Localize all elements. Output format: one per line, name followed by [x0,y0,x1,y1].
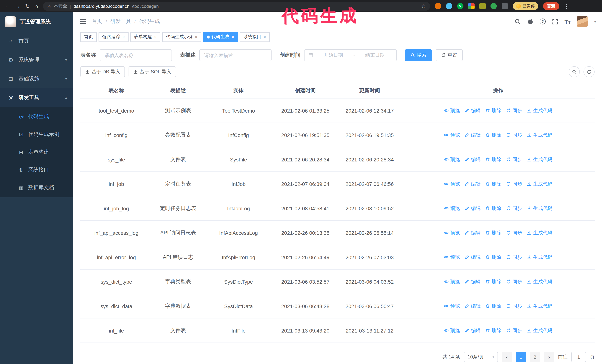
tab-form-builder[interactable]: 表单构建 × [130,32,161,42]
preview-button[interactable]: 预览 [444,132,460,138]
sync-button[interactable]: 同步 [506,303,522,309]
tab-trace[interactable]: 链路追踪 × [98,32,129,42]
delete-button[interactable]: 删除 [485,205,501,212]
edit-button[interactable]: 编辑 [464,156,481,163]
extension-icon[interactable] [479,3,485,9]
preview-button[interactable]: 预览 [444,278,460,285]
sync-button[interactable]: 同步 [506,107,522,114]
close-icon[interactable]: × [195,34,197,40]
tab-codegen[interactable]: 代码生成 × [203,32,238,42]
sidebar-item-codegen-example[interactable]: ☑ 代码生成示例 [0,125,73,143]
generate-code-button[interactable]: 生成代码 [527,303,552,309]
sidebar-item-db-docs[interactable]: ▦ 数据库文档 [0,179,73,197]
table-name-input[interactable] [100,49,172,61]
delete-button[interactable]: 删除 [485,327,501,334]
preview-button[interactable]: 预览 [444,180,460,187]
preview-button[interactable]: 预览 [444,156,460,163]
edit-button[interactable]: 编辑 [464,278,481,285]
extension-icon[interactable] [468,3,474,9]
delete-button[interactable]: 删除 [485,303,501,309]
browser-back-icon[interactable]: ← [4,3,10,9]
preview-button[interactable]: 预览 [444,327,460,334]
page-1-button[interactable]: 1 [516,352,526,362]
generate-code-button[interactable]: 生成代码 [527,229,552,236]
avatar-caret-icon[interactable]: ▾ [594,20,596,23]
start-date-input[interactable]: 开始日期 [316,52,351,59]
delete-button[interactable]: 删除 [485,229,501,236]
address-bar[interactable]: ⚠ 不安全 | dashboard.yudao.iocoder.cn/tool/… [43,2,430,10]
page-size-select[interactable]: 10条/页 ▾ [464,352,498,362]
fullscreen-icon[interactable] [552,18,558,25]
delete-button[interactable]: 删除 [485,278,501,285]
preview-button[interactable]: 预览 [444,205,460,212]
extension-icon[interactable] [435,3,441,9]
import-db-button[interactable]: 基于 DB 导入 [80,66,125,77]
delete-button[interactable]: 删除 [485,254,501,260]
sync-button[interactable]: 同步 [506,229,522,236]
edit-button[interactable]: 编辑 [464,132,481,138]
profile-paused-badge[interactable]: 已暂停 [513,2,538,10]
sidebar-item-form-builder[interactable]: ⊞ 表单构建 [0,143,73,161]
extension-icon[interactable] [446,3,452,9]
end-date-input[interactable]: 结束日期 [357,52,393,59]
close-icon[interactable]: × [122,34,125,40]
generate-code-button[interactable]: 生成代码 [527,327,552,334]
generate-code-button[interactable]: 生成代码 [527,156,552,163]
tab-system-api[interactable]: 系统接口 × [240,32,270,42]
sync-button[interactable]: 同步 [506,254,522,260]
browser-home-icon[interactable]: ⌂ [35,3,38,9]
extension-icon[interactable] [490,3,497,9]
close-icon[interactable]: × [263,34,266,40]
page-2-button[interactable]: 2 [530,352,540,362]
search-button[interactable]: 搜索 [405,49,432,61]
edit-button[interactable]: 编辑 [464,303,481,309]
sync-button[interactable]: 同步 [506,180,522,187]
breadcrumb-home[interactable]: 首页 [92,18,102,25]
sync-button[interactable]: 同步 [506,156,522,163]
browser-forward-icon[interactable]: → [15,3,20,9]
preview-button[interactable]: 预览 [444,229,460,236]
tab-codegen-example[interactable]: 代码生成示例 × [162,32,201,42]
sidebar-item-infra[interactable]: ⊡ 基础设施 ▾ [0,69,73,88]
sidebar-item-system-api[interactable]: ⇅ 系统接口 [0,161,73,179]
generate-code-button[interactable]: 生成代码 [527,180,552,187]
delete-button[interactable]: 删除 [485,156,501,163]
sync-button[interactable]: 同步 [506,132,522,138]
preview-button[interactable]: 预览 [444,303,460,309]
edit-button[interactable]: 编辑 [464,180,481,187]
goto-page-input[interactable] [571,352,586,362]
github-icon[interactable] [527,18,533,25]
edit-button[interactable]: 编辑 [464,254,481,260]
edit-button[interactable]: 编辑 [464,327,481,334]
preview-button[interactable]: 预览 [444,254,460,260]
sidebar-item-devtools[interactable]: ⚒ 研发工具 ▴ [0,88,73,107]
hamburger-icon[interactable] [80,21,86,22]
bookmark-star-icon[interactable]: ☆ [421,3,425,9]
sidebar-item-system[interactable]: ⚙ 系统管理 ▾ [0,50,73,69]
sync-button[interactable]: 同步 [506,205,522,212]
user-avatar[interactable] [577,16,588,27]
extensions-puzzle-icon[interactable] [501,3,508,9]
refresh-button[interactable] [583,66,595,77]
preview-button[interactable]: 预览 [444,107,460,114]
font-size-icon[interactable]: TT [564,18,570,25]
delete-button[interactable]: 删除 [485,107,501,114]
delete-button[interactable]: 删除 [485,180,501,187]
prev-page-button[interactable]: ‹ [502,352,512,362]
next-page-button[interactable]: › [544,352,554,362]
chrome-menu-icon[interactable]: ⋮ [564,3,569,9]
search-icon[interactable] [514,18,521,25]
sidebar-item-home[interactable]: ◔ 首页 [0,31,73,50]
search-toggle-button[interactable] [569,66,580,77]
generate-code-button[interactable]: 生成代码 [527,132,552,138]
generate-code-button[interactable]: 生成代码 [527,278,552,285]
sync-button[interactable]: 同步 [506,327,522,334]
generate-code-button[interactable]: 生成代码 [527,254,552,260]
delete-button[interactable]: 删除 [485,132,501,138]
extension-icon[interactable]: V [457,3,463,9]
browser-reload-icon[interactable]: ↻ [25,3,30,9]
generate-code-button[interactable]: 生成代码 [527,205,552,212]
chrome-update-button[interactable]: 更新 [543,2,559,10]
close-icon[interactable]: × [154,34,157,40]
table-desc-input[interactable] [199,49,271,61]
